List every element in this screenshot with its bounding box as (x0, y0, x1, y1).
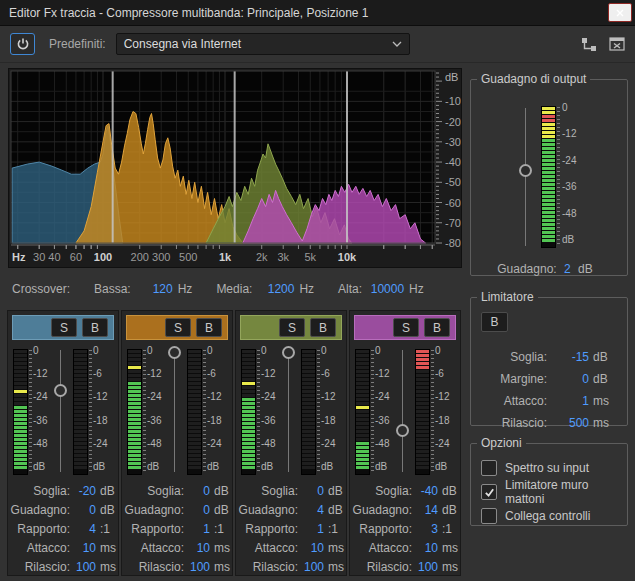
meter-scale-label: 0 (261, 346, 267, 356)
meter-segment (416, 394, 429, 397)
presets-label: Predefiniti: (49, 37, 106, 51)
close-effect-window-button[interactable] (607, 35, 627, 53)
power-icon (16, 37, 30, 51)
band-color-header[interactable]: SB (12, 315, 114, 340)
crossover-mid-value[interactable]: 1200 (252, 282, 294, 296)
threshold-slider[interactable] (168, 347, 182, 479)
meter-segment (356, 390, 369, 393)
band-color-header[interactable]: SB (126, 315, 228, 340)
meter-segment (416, 426, 429, 429)
param-unit: dB (210, 503, 230, 517)
param-value[interactable]: 4 (298, 503, 324, 517)
threshold-slider[interactable] (282, 347, 296, 479)
param-value[interactable]: 100 (298, 560, 324, 574)
crossover-low-value[interactable]: 120 (131, 282, 173, 296)
output-gain-knob[interactable] (519, 164, 532, 177)
param-value[interactable]: 10 (70, 541, 96, 555)
meter-segment (356, 402, 369, 405)
spectrum-panel: dB-10-20-30-40-50-60-70-80Hz304060100200… (8, 68, 462, 268)
param-row: Guadagno:4dB (238, 500, 344, 519)
check-icon (484, 487, 495, 498)
param-value[interactable]: 1 (298, 522, 324, 536)
band-solo-button[interactable]: S (51, 318, 77, 337)
meter-segment (74, 454, 87, 457)
band-bypass-button[interactable]: B (196, 318, 222, 337)
meter-scale-label: -24 (207, 439, 221, 449)
band-color-header[interactable]: SB (240, 315, 342, 340)
band-bypass-button[interactable]: B (310, 318, 336, 337)
freq-axis-label: 60 (70, 251, 82, 263)
output-gain-slider[interactable] (519, 104, 533, 250)
meter-segment (188, 362, 201, 365)
param-label: Margine: (473, 372, 547, 386)
input-level-meter (127, 349, 142, 475)
param-value[interactable]: 4 (70, 522, 96, 536)
threshold-slider[interactable] (54, 347, 68, 479)
param-value[interactable]: 1 (184, 522, 210, 536)
param-value[interactable]: 0 (184, 484, 210, 498)
param-value[interactable]: 0 (70, 503, 96, 517)
limiter-bypass-button[interactable]: B (481, 312, 508, 332)
param-value[interactable]: 0 (298, 484, 324, 498)
checkbox[interactable] (481, 484, 497, 500)
meter-segment (74, 362, 87, 365)
band-solo-button[interactable]: S (279, 318, 305, 337)
crossover-high-value[interactable]: 10000 (362, 282, 404, 296)
meter-scale-label: dB (375, 462, 387, 472)
param-value[interactable]: 500 (547, 416, 589, 430)
power-toggle-button[interactable] (10, 33, 35, 55)
meter-segment (74, 442, 87, 445)
meter-ticks (431, 350, 434, 473)
meter-segment (128, 410, 141, 413)
meter-ticks (371, 350, 374, 473)
meter-segment (242, 434, 255, 437)
param-value[interactable]: 100 (70, 560, 96, 574)
param-value[interactable]: 3 (412, 522, 438, 536)
param-value[interactable]: 1 (547, 394, 589, 408)
meter-segment (416, 442, 429, 445)
threshold-slider-knob[interactable] (168, 346, 181, 359)
freq-axis-label: 300 (152, 251, 170, 263)
threshold-slider-knob[interactable] (282, 346, 295, 359)
threshold-slider-knob[interactable] (54, 384, 67, 397)
param-value[interactable]: 10 (412, 541, 438, 555)
band-solo-button[interactable]: S (393, 318, 419, 337)
checkbox[interactable] (481, 508, 497, 524)
meter-segment (14, 394, 27, 397)
presets-dropdown[interactable]: Consegna via Internet (116, 33, 410, 55)
param-value[interactable]: 14 (412, 503, 438, 517)
option-row[interactable]: Limitatore muro mattoni (481, 480, 623, 504)
meter-segment (188, 442, 201, 445)
meter-scale-label: -48 (261, 439, 275, 449)
checkbox[interactable] (481, 460, 497, 476)
param-value[interactable]: -40 (412, 484, 438, 498)
meter-scale-label: -36 (33, 416, 47, 426)
threshold-slider[interactable] (396, 347, 410, 479)
meter-segment (302, 406, 315, 409)
rack-routing-button[interactable] (579, 35, 599, 54)
param-value[interactable]: 100 (412, 560, 438, 574)
band-bypass-button[interactable]: B (82, 318, 108, 337)
threshold-slider-knob[interactable] (396, 424, 409, 437)
close-icon (616, 9, 624, 17)
meter-segment (242, 458, 255, 461)
output-gain-value[interactable]: 2 (564, 262, 571, 276)
param-value[interactable]: 100 (184, 560, 210, 574)
title-bar[interactable]: Editor Fx traccia - Compressore multiban… (0, 0, 635, 26)
param-value[interactable]: 10 (184, 541, 210, 555)
meter-segment (542, 199, 555, 202)
param-value[interactable]: 10 (298, 541, 324, 555)
meter-segment (128, 362, 141, 365)
param-value[interactable]: -20 (70, 484, 96, 498)
meter-segment (128, 418, 141, 421)
band-solo-button[interactable]: S (165, 318, 191, 337)
close-button[interactable] (608, 3, 632, 22)
meter-ticks (257, 350, 260, 473)
param-value[interactable]: -15 (547, 350, 589, 364)
band-bypass-button[interactable]: B (424, 318, 450, 337)
band-color-header[interactable]: SB (354, 315, 456, 340)
option-row[interactable]: Spettro su input (481, 456, 623, 480)
param-value[interactable]: 0 (547, 372, 589, 386)
option-row[interactable]: Collega controlli (481, 504, 623, 528)
param-value[interactable]: 0 (184, 503, 210, 517)
